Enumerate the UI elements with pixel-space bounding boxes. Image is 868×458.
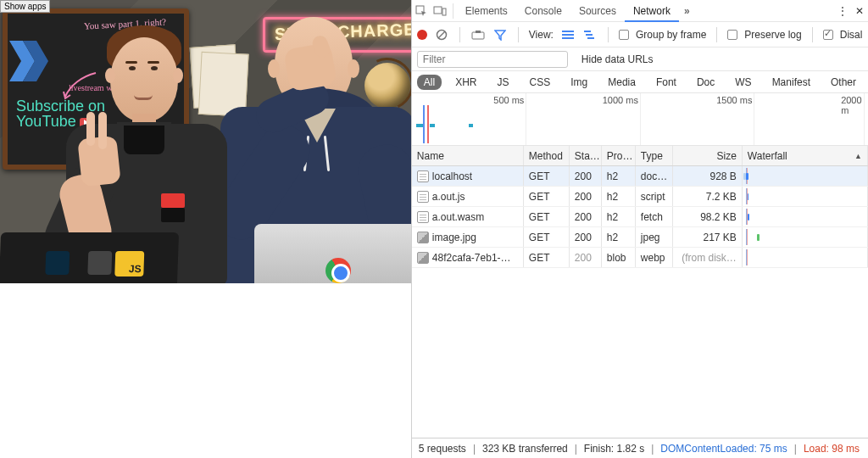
status-bar: 5 requests| 323 KB transferred| Finish: … — [412, 438, 868, 458]
chip-css[interactable]: CSS — [523, 75, 558, 90]
table-header[interactable]: Name Method Sta… Pro… Type Size Waterfal… — [412, 146, 868, 166]
table-body: localhostGET200h2doc…928 Ba.out.jsGET200… — [412, 166, 868, 268]
timeline-overview[interactable]: 500 ms1000 ms1500 ms2000 m — [412, 93, 868, 146]
device-toolbar-icon[interactable] — [431, 5, 449, 17]
cell-type: jpeg — [636, 227, 673, 247]
screenshot-icon[interactable] — [470, 27, 486, 42]
cell-size: 928 B — [673, 166, 743, 186]
cell-status: 200 — [570, 187, 602, 206]
col-name[interactable]: Name — [412, 146, 524, 165]
svg-rect-8 — [476, 31, 481, 33]
timeline-tick-label: 2000 m — [841, 95, 863, 115]
show-apps-button[interactable]: Show apps — [0, 0, 50, 13]
col-waterfall[interactable]: Waterfall▲ — [743, 146, 868, 165]
hide-data-urls-label: Hide data URLs — [581, 53, 654, 65]
laptops — [0, 221, 411, 283]
table-row[interactable]: image.jpgGET200h2jpeg217 KB — [412, 227, 868, 248]
status-load: Load: 98 ms — [804, 443, 860, 455]
preserve-log-checkbox[interactable] — [727, 30, 737, 40]
svg-rect-13 — [586, 34, 593, 36]
cell-type: fetch — [636, 207, 673, 226]
group-by-frame-label: Group by frame — [636, 29, 706, 41]
tab-elements[interactable]: Elements — [457, 0, 516, 22]
cell-method: GET — [524, 187, 570, 206]
cell-name: image.jpg — [432, 232, 476, 243]
cell-waterfall — [743, 207, 868, 226]
cell-method: GET — [524, 166, 570, 186]
table-row[interactable]: a.out.jsGET200h2script7.2 KB — [412, 187, 868, 207]
svg-rect-11 — [562, 37, 574, 39]
view-waterfall-icon[interactable] — [582, 27, 598, 42]
network-toolbar: View: Group by frame Preserve log Disal — [412, 22, 868, 47]
chip-other[interactable]: Other — [824, 75, 863, 90]
clear-icon[interactable] — [434, 27, 449, 42]
record-button[interactable] — [417, 30, 427, 40]
timeline-tick-label: 1000 ms — [603, 95, 640, 105]
filter-input[interactable] — [417, 51, 568, 68]
col-size[interactable]: Size — [673, 146, 743, 165]
status-finish: Finish: 1.82 s — [584, 443, 644, 455]
inspect-element-icon[interactable] — [412, 5, 431, 17]
cell-status: 200 — [570, 166, 602, 186]
cell-protocol: h2 — [602, 187, 636, 206]
document-icon — [417, 211, 429, 223]
cell-type: doc… — [636, 166, 673, 186]
svg-rect-14 — [587, 37, 594, 39]
tab-console[interactable]: Console — [516, 0, 570, 22]
laptop-left — [0, 232, 179, 283]
disable-cache-checkbox[interactable] — [823, 30, 833, 40]
table-row[interactable]: localhostGET200h2doc…928 B — [412, 166, 868, 187]
chip-img[interactable]: Img — [564, 75, 594, 90]
table-row[interactable]: 48f2cafa-7eb1-…GET200blobwebp(from disk… — [412, 248, 868, 268]
svg-rect-3 — [434, 7, 442, 14]
sort-asc-icon: ▲ — [854, 152, 862, 160]
table-row[interactable]: a.out.wasmGET200h2fetch98.2 KB — [412, 207, 868, 227]
svg-rect-12 — [584, 31, 591, 32]
cell-waterfall — [743, 248, 868, 267]
tab-sources[interactable]: Sources — [570, 0, 625, 22]
cell-name: a.out.wasm — [432, 211, 484, 223]
view-label: View: — [529, 29, 554, 41]
svg-rect-7 — [472, 32, 484, 39]
status-dcl: DOMContentLoaded: 75 ms — [660, 443, 787, 455]
cell-type: script — [636, 187, 673, 206]
devtools-tabs: ElementsConsoleSourcesNetwork » ⋮ ✕ — [412, 0, 868, 22]
chip-ws[interactable]: WS — [728, 75, 758, 90]
cell-size: (from disk… — [673, 248, 743, 267]
cell-type: webp — [636, 248, 673, 267]
col-protocol[interactable]: Pro… — [602, 146, 636, 165]
chip-font[interactable]: Font — [649, 75, 683, 90]
content-pane: Show apps You saw part 1, right? livestr… — [0, 0, 411, 283]
image-icon — [417, 232, 429, 243]
laptop-right — [254, 224, 411, 283]
chip-all[interactable]: All — [417, 75, 442, 90]
devtools-close-icon[interactable]: ✕ — [851, 5, 868, 17]
tab-network[interactable]: Network — [625, 0, 679, 22]
chip-js[interactable]: JS — [491, 75, 516, 90]
chip-manifest[interactable]: Manifest — [765, 75, 817, 90]
svg-rect-10 — [562, 34, 574, 36]
col-status[interactable]: Sta… — [570, 146, 602, 165]
cell-size: 7.2 KB — [673, 187, 743, 206]
svg-rect-4 — [442, 8, 446, 15]
cell-protocol: h2 — [602, 227, 636, 247]
col-type[interactable]: Type — [636, 146, 673, 165]
document-icon — [417, 191, 429, 203]
document-icon — [417, 170, 429, 182]
tabs-overflow-icon[interactable]: » — [679, 5, 695, 17]
chip-xhr[interactable]: XHR — [448, 75, 483, 90]
network-table: Name Method Sta… Pro… Type Size Waterfal… — [412, 146, 868, 438]
devtools-menu-icon[interactable]: ⋮ — [834, 5, 851, 17]
group-by-frame-checkbox[interactable] — [619, 30, 629, 40]
col-method[interactable]: Method — [524, 146, 570, 165]
scene-illustration: You saw part 1, right? livestream woo Su… — [0, 0, 411, 283]
sticker-js-icon — [114, 251, 144, 276]
filter-icon[interactable] — [492, 27, 508, 42]
chip-doc[interactable]: Doc — [690, 75, 721, 90]
image-icon — [417, 252, 429, 264]
chip-media[interactable]: Media — [601, 75, 643, 90]
view-large-icon[interactable] — [560, 27, 576, 42]
cell-waterfall — [743, 187, 868, 206]
cell-name: localhost — [432, 170, 472, 182]
cell-waterfall — [743, 227, 868, 247]
